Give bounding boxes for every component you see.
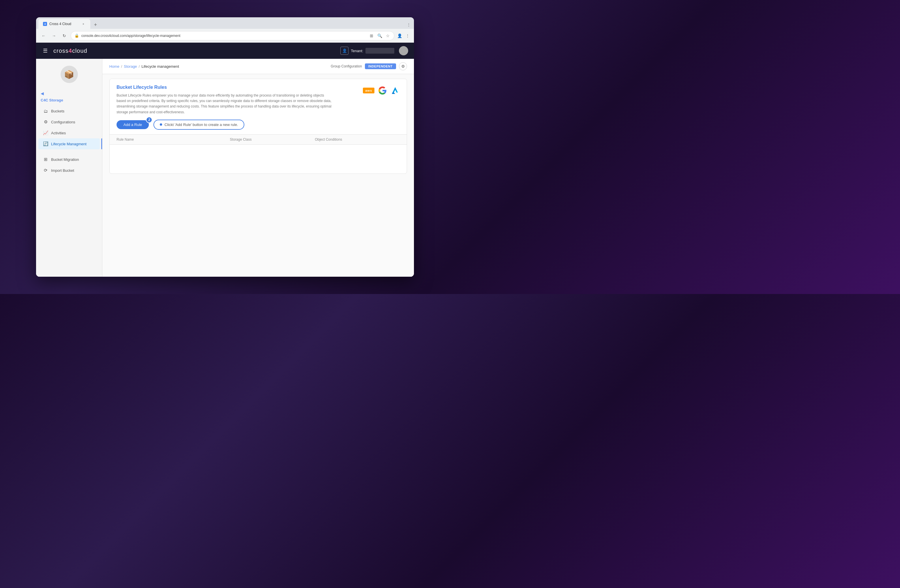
address-bar: ← → ↻ 🔒 console.dev.cross4cloud.com/app/… xyxy=(36,29,414,43)
breadcrumb-current: Lifecycle management xyxy=(141,64,179,69)
url-bar[interactable]: 🔒 console.dev.cross4cloud.com/app/storag… xyxy=(71,31,394,40)
tab-bar-right: ⋮ xyxy=(406,22,412,29)
add-rule-btn-wrapper: Add a Rule 2 xyxy=(116,120,149,129)
menu-icon[interactable]: ⋮ xyxy=(405,33,410,39)
tenant-area: 👤 Tenant: xyxy=(340,47,394,55)
table-header: Rule Name Storage Class Object Condition… xyxy=(110,135,407,145)
tenant-label: Tenant: xyxy=(351,49,363,53)
sidebar-item-activities-label: Activities xyxy=(51,131,66,135)
page-content: Home / Storage / Lifecycle management Gr… xyxy=(102,59,414,277)
browser-tab[interactable]: 4 Cross 4 Cloud × xyxy=(38,19,90,29)
forward-button[interactable]: → xyxy=(50,32,58,40)
add-rule-area: Add a Rule 2 Clickt 'Add Rule' button to… xyxy=(110,120,407,134)
sidebar-item-lifecycle[interactable]: 🔄 Lifecycle Managment xyxy=(38,138,100,149)
back-button[interactable]: ← xyxy=(40,32,48,40)
breadcrumb-sep-2: / xyxy=(139,64,140,69)
sidebar-item-bucket-migration-label: Bucket Migration xyxy=(51,157,79,162)
activities-icon: 📈 xyxy=(43,130,48,135)
sidebar-section-title: C4C Storage xyxy=(36,97,102,106)
sidebar-item-import-bucket[interactable]: ⟳ Import Bucket xyxy=(38,165,100,176)
sidebar-item-configurations-label: Configurations xyxy=(51,120,75,124)
url-bar-icons: ⊞ 🔍 ☆ xyxy=(369,33,391,39)
group-config-area: Group Configuration INDEPENDENT ⚙ xyxy=(331,62,407,70)
translate-icon[interactable]: ⊞ xyxy=(369,33,374,39)
tab-close-button[interactable]: × xyxy=(81,22,86,26)
sidebar: 📦 ◀ C4C Storage 🗂 Buckets ⚙ Configuratio… xyxy=(36,59,102,277)
table-col-rule-name: Rule Name xyxy=(116,138,230,142)
breadcrumb: Home / Storage / Lifecycle management xyxy=(109,64,179,69)
main-layout: 📦 ◀ C4C Storage 🗂 Buckets ⚙ Configuratio… xyxy=(36,59,414,277)
bookmark-icon[interactable]: ☆ xyxy=(385,33,391,39)
add-rule-button[interactable]: Add a Rule xyxy=(116,120,149,129)
tooltip-bubble: Clickt 'Add Rule' button to create a new… xyxy=(154,120,244,130)
aws-logo: aws xyxy=(363,88,374,93)
independent-badge: INDEPENDENT xyxy=(365,63,396,69)
refresh-button[interactable]: ↻ xyxy=(60,32,68,40)
breadcrumb-home[interactable]: Home xyxy=(109,64,119,69)
tab-favicon: 4 xyxy=(43,22,47,26)
card-header-left: Bucket Lifecycle Rules Bucket Lifecycle … xyxy=(116,85,356,115)
profile-icon[interactable]: 👤 xyxy=(397,33,402,39)
tooltip-text: Clickt 'Add Rule' button to create a new… xyxy=(164,122,238,127)
app-logo: cross4cloud xyxy=(53,48,87,54)
url-text: console.dev.cross4cloud.com/app/storage/… xyxy=(81,34,180,38)
table-area: Rule Name Storage Class Object Condition… xyxy=(110,134,407,173)
tab-title: Cross 4 Cloud xyxy=(49,22,79,26)
card-title: Bucket Lifecycle Rules xyxy=(116,85,356,90)
breadcrumb-bar: Home / Storage / Lifecycle management Gr… xyxy=(102,59,414,74)
sidebar-item-lifecycle-label: Lifecycle Managment xyxy=(51,142,87,146)
app-content: ☰ cross4cloud 👤 Tenant: 📦 ◀ C4C Storage xyxy=(36,43,414,277)
azure-logo xyxy=(391,86,400,95)
tenant-value xyxy=(365,48,394,54)
zoom-icon[interactable]: 🔍 xyxy=(377,33,382,39)
card-description: Bucket Lifecycle Rules empower you to ma… xyxy=(116,93,333,115)
bucket-migration-icon: ⊞ xyxy=(43,157,48,162)
table-col-object-conditions: Object Conditions xyxy=(315,138,400,142)
top-nav: ☰ cross4cloud 👤 Tenant: xyxy=(36,43,414,59)
step-badge: 2 xyxy=(146,117,152,123)
table-col-storage-class: Storage Class xyxy=(230,138,315,142)
user-avatar[interactable] xyxy=(399,46,408,55)
tenant-icon: 👤 xyxy=(340,47,348,55)
import-bucket-icon: ⟳ xyxy=(43,168,48,173)
svg-marker-1 xyxy=(392,93,395,94)
sidebar-logo-icon: 📦 xyxy=(61,66,78,83)
sidebar-item-buckets-label: Buckets xyxy=(51,109,64,113)
sidebar-item-activities[interactable]: 📈 Activities xyxy=(38,127,100,138)
sidebar-item-buckets[interactable]: 🗂 Buckets xyxy=(38,106,100,116)
sidebar-logo-area: 📦 xyxy=(36,63,102,90)
breadcrumb-storage[interactable]: Storage xyxy=(124,64,137,69)
sidebar-item-configurations[interactable]: ⚙ Configurations xyxy=(38,116,100,127)
sidebar-collapse-button[interactable]: ◀ xyxy=(36,90,48,97)
configurations-icon: ⚙ xyxy=(43,119,48,125)
lifecycle-icon: 🔄 xyxy=(43,141,48,146)
sidebar-item-import-bucket-label: Import Bucket xyxy=(51,168,74,173)
table-body xyxy=(110,145,407,173)
breadcrumb-sep-1: / xyxy=(121,64,122,69)
tab-bar: 4 Cross 4 Cloud × + ⋮ xyxy=(36,17,414,29)
main-card: Bucket Lifecycle Rules Bucket Lifecycle … xyxy=(109,79,407,174)
new-tab-button[interactable]: + xyxy=(92,21,99,29)
cloud-logos: aws xyxy=(363,85,400,95)
window-controls: ⋮ xyxy=(406,22,412,28)
svg-marker-0 xyxy=(393,87,398,93)
gcp-logo xyxy=(378,86,387,95)
group-config-label: Group Configuration xyxy=(331,64,362,68)
hamburger-menu-button[interactable]: ☰ xyxy=(42,46,49,55)
group-settings-button[interactable]: ⚙ xyxy=(399,62,407,70)
card-header: Bucket Lifecycle Rules Bucket Lifecycle … xyxy=(110,79,407,120)
buckets-icon: 🗂 xyxy=(43,109,48,114)
sidebar-item-bucket-migration[interactable]: ⊞ Bucket Migration xyxy=(38,154,100,165)
browser-window: 4 Cross 4 Cloud × + ⋮ ← → ↻ 🔒 console.de… xyxy=(36,17,414,277)
